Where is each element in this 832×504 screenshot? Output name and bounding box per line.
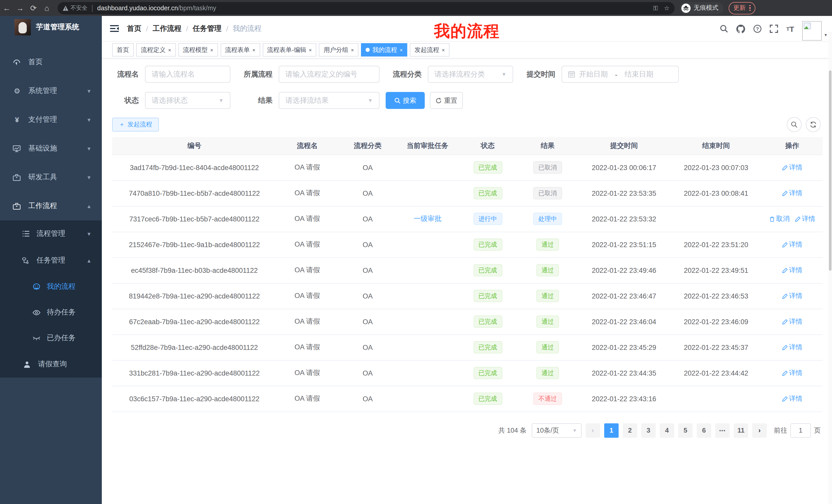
scrollbar-track[interactable] [828, 32, 832, 504]
tab-start-process[interactable]: 发起流程× [410, 43, 449, 57]
status-select[interactable]: 请选择状态 ▼ [145, 92, 230, 109]
chevron-down-icon: ▼ [218, 97, 224, 103]
user-avatar[interactable]: ▾ [802, 21, 827, 40]
status-badge: 进行中 [473, 213, 502, 225]
detail-link[interactable]: 详情 [782, 317, 802, 326]
fullscreen-icon[interactable] [770, 25, 778, 33]
result-badge: 通过 [536, 264, 559, 276]
start-process-button[interactable]: ＋ 发起流程 [112, 118, 159, 132]
show-search-button[interactable] [787, 117, 802, 132]
page-button-5[interactable]: 5 [678, 423, 693, 438]
time-label: 提交时间 [526, 69, 555, 79]
browser-forward-icon[interactable]: → [14, 4, 27, 12]
sidebar-item-todo-tasks[interactable]: 待办任务 [0, 300, 102, 325]
tab-process-form-edit[interactable]: 流程表单-编辑× [262, 43, 316, 57]
detail-link[interactable]: 详情 [795, 214, 815, 223]
sidebar-item-leave-query[interactable]: 请假查询 [0, 351, 102, 377]
current-task-link[interactable]: 一级审批 [414, 215, 441, 222]
search-icon[interactable] [720, 25, 728, 33]
status-badge: 已完成 [473, 393, 502, 405]
tab-process-form[interactable]: 流程表单× [220, 43, 260, 57]
password-key-icon[interactable]: ⚿ [653, 4, 658, 11]
browser-back-icon[interactable]: ← [0, 4, 14, 12]
close-icon[interactable]: × [210, 47, 213, 53]
app-logo-row[interactable]: 芋道管理系统 [0, 16, 102, 38]
search-icon [394, 97, 400, 104]
breadcrumb-current: 我的流程 [233, 24, 261, 33]
sidebar-item-infra[interactable]: 基础设施 ▼ [0, 134, 102, 163]
browser-update-button[interactable]: 更新 [729, 2, 755, 14]
more-pages-button[interactable]: ••• [715, 423, 730, 438]
sidebar-item-devtools[interactable]: 研发工具 ▼ [0, 163, 102, 192]
tab-user-group[interactable]: 用户分组× [319, 43, 359, 57]
browser-home-icon[interactable]: ⌂ [40, 4, 53, 12]
sidebar-item-my-process[interactable]: 我的流程 [0, 274, 102, 300]
result-select[interactable]: 请选择流结果 ▼ [279, 92, 380, 109]
close-icon[interactable]: × [252, 47, 255, 53]
breadcrumb-workflow[interactable]: 工作流程 [153, 24, 182, 33]
edit-icon [782, 190, 787, 196]
sidebar-toggle-icon[interactable] [110, 25, 119, 32]
result-badge: 通过 [536, 341, 559, 354]
detail-link[interactable]: 详情 [782, 265, 802, 275]
close-icon[interactable]: × [442, 47, 445, 53]
chevron-down-icon: ▼ [86, 231, 92, 236]
font-size-icon[interactable]: TT [786, 24, 794, 33]
tab-my-process[interactable]: 我的流程× [361, 43, 407, 57]
page-button-11[interactable]: 11 [734, 423, 748, 438]
sidebar-item-payment[interactable]: ¥ 支付管理 ▼ [0, 105, 102, 134]
page-button-1[interactable]: 1 [604, 423, 619, 438]
close-icon[interactable]: × [351, 47, 354, 53]
page-button-6[interactable]: 6 [697, 423, 711, 438]
detail-link[interactable]: 详情 [782, 394, 802, 403]
browser-reload-icon[interactable]: ⟳ [27, 3, 40, 12]
submit-time-range-picker[interactable]: 开始日期 - 结束日期 [562, 66, 679, 83]
help-icon[interactable]: ? [753, 25, 761, 33]
next-page-button[interactable]: › [752, 423, 767, 438]
close-icon[interactable]: × [168, 47, 171, 53]
tab-process-definition[interactable]: 流程定义× [136, 43, 176, 57]
breadcrumb-task-mgmt[interactable]: 任务管理 [193, 24, 222, 33]
security-warning[interactable]: 不安全 [63, 4, 87, 12]
sidebar-item-task-mgmt[interactable]: 任务管理 ▲ [0, 247, 102, 274]
browser-menu-icon[interactable] [749, 5, 751, 11]
scrollbar-thumb[interactable] [829, 71, 831, 271]
sidebar-item-done-tasks[interactable]: 已办任务 [0, 325, 102, 351]
bookmark-star-icon[interactable]: ☆ [664, 4, 670, 11]
goto-page-input[interactable]: 1 [790, 423, 811, 438]
reset-button[interactable]: 重置 [430, 92, 463, 109]
detail-link[interactable]: 详情 [782, 291, 802, 301]
page-button-2[interactable]: 2 [623, 423, 637, 438]
sidebar-item-workflow[interactable]: 工作流程 ▲ [0, 192, 102, 220]
page-size-select[interactable]: 10条/页 ▼ [532, 423, 581, 438]
process-name-input[interactable]: 请输入流程名 [145, 66, 230, 83]
breadcrumb-home[interactable]: 首页 [127, 24, 141, 33]
sidebar-item-process-mgmt[interactable]: 流程管理 ▼ [0, 220, 102, 247]
table-row: 03c6c157-7b9a-11ec-a290-acde48001122 OA … [112, 386, 823, 412]
tree-list-icon [22, 231, 30, 237]
github-icon[interactable] [736, 24, 745, 33]
page-button-3[interactable]: 3 [641, 423, 656, 438]
url-bar[interactable]: 不安全 dashboard.yudao.iocoder.cn/bpm/task/… [58, 2, 675, 14]
sidebar-item-system[interactable]: ⚙ 系统管理 ▼ [0, 77, 102, 105]
chevron-down-icon: ▼ [86, 88, 92, 94]
status-label: 状态 [125, 96, 139, 105]
detail-link[interactable]: 详情 [782, 343, 802, 352]
navbar: 首页 / 工作流程 / 任务管理 / 我的流程 我的流程 ? [102, 16, 832, 41]
category-select[interactable]: 请选择流程分类 ▼ [428, 66, 513, 83]
detail-link[interactable]: 详情 [782, 240, 802, 249]
tab-home[interactable]: 首页 [112, 43, 134, 57]
refresh-table-button[interactable] [806, 117, 821, 132]
tab-process-model[interactable]: 流程模型× [178, 43, 218, 57]
close-icon[interactable]: × [309, 47, 312, 53]
detail-link[interactable]: 详情 [782, 368, 802, 377]
sidebar-item-home[interactable]: 首页 [0, 48, 102, 77]
prev-page-button[interactable]: ‹ [586, 423, 600, 438]
search-button[interactable]: 搜索 [386, 92, 425, 109]
detail-link[interactable]: 详情 [782, 163, 802, 172]
close-icon[interactable]: × [399, 47, 402, 53]
process-id-input[interactable]: 请输入流程定义的编号 [279, 66, 380, 83]
cancel-link[interactable]: 取消 [769, 214, 789, 223]
detail-link[interactable]: 详情 [782, 189, 802, 198]
page-button-4[interactable]: 4 [660, 423, 674, 438]
